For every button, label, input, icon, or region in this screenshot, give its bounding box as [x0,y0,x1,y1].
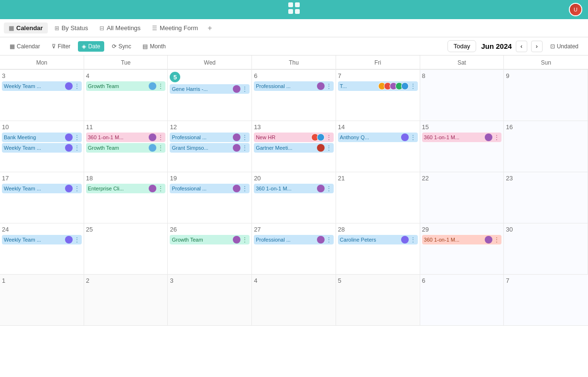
day-cell[interactable]: 3+ [168,275,252,326]
month-button[interactable]: ▤ Month [139,41,169,52]
day-cell[interactable]: 22+ [420,172,504,223]
event-options-button[interactable]: ⋮ [494,236,500,243]
calendar-event[interactable]: New HR⋮ [254,133,334,142]
day-cell[interactable]: 4+ [252,275,336,326]
event-options-button[interactable]: ⋮ [74,144,80,151]
day-cell[interactable]: 24+Weekly Team ...⋮ [0,223,84,275]
calendar-event[interactable]: Weekly Team ...⋮ [2,81,82,91]
day-cell[interactable]: 6+ [420,275,504,326]
day-cell[interactable]: 15+360 1-on-1 M...⋮ [420,121,504,172]
calendar-event[interactable]: Growth Team⋮ [86,143,166,153]
event-options-button[interactable]: ⋮ [326,134,332,141]
day-cell[interactable]: 7+T...⋮ [336,70,420,121]
day-cell[interactable]: 18+Enterprise Cli...⋮ [84,172,168,223]
prev-month-button[interactable]: ‹ [516,41,527,52]
day-cell[interactable]: 26+Growth Team⋮ [168,223,252,275]
day-cell[interactable]: 9+ [504,70,588,121]
calendar-event[interactable]: Growth Team⋮ [86,81,166,91]
calendar-event[interactable]: 360 1-on-1 M...⋮ [422,235,502,244]
day-cell[interactable]: 30+ [504,223,588,275]
event-options-button[interactable]: ⋮ [242,236,248,243]
calendar-event[interactable]: Caroline Peters⋮ [338,235,418,244]
day-cell[interactable]: 21+ [336,172,420,223]
day-cell[interactable]: 8+ [420,70,504,121]
sync-button[interactable]: ⟳ Sync [108,41,135,52]
event-options-button[interactable]: ⋮ [410,83,416,89]
tab-by-status[interactable]: ⊞ By Status [50,22,93,33]
user-avatar[interactable]: U [569,3,582,16]
event-options-button[interactable]: ⋮ [410,134,416,141]
calendar-event[interactable]: Anthony Q...⋮ [338,133,418,142]
calendar-event[interactable]: Bank Meeting⋮ [2,133,82,142]
event-options-button[interactable]: ⋮ [74,83,80,89]
calendar-event[interactable]: T...⋮ [338,81,418,91]
day-cell[interactable]: 11+360 1-on-1 M...⋮Growth Team⋮ [84,121,168,172]
event-options-button[interactable]: ⋮ [326,83,332,89]
event-options-button[interactable]: ⋮ [410,236,416,243]
calendar-event[interactable]: Professional ...⋮ [254,235,334,244]
today-button[interactable]: Today [447,40,477,52]
day-cell[interactable]: 19+Professional ...⋮ [168,172,252,223]
calendar-event[interactable]: Grant Simpso...⋮ [170,143,250,153]
next-month-button[interactable]: › [531,41,543,52]
calendar-event[interactable]: 360 1-on-1 M...⋮ [254,184,334,193]
day-cell[interactable]: 23+ [504,172,588,223]
tab-all-meetings[interactable]: ⊟ All Meetings [95,22,145,33]
day-cell[interactable]: 17+Weekly Team ...⋮ [0,172,84,223]
tab-meeting-form[interactable]: ☰ Meeting Form [147,22,203,33]
day-cell[interactable]: 7+ [504,275,588,326]
day-cell[interactable]: 6+Professional ...⋮ [252,70,336,121]
event-options-button[interactable]: ⋮ [74,134,80,141]
day-cell[interactable]: 5+Gene Harris -...⋮ [168,70,252,121]
calendar-event[interactable]: 360 1-on-1 M...⋮ [422,133,502,142]
event-options-button[interactable]: ⋮ [74,236,80,243]
calendar-event[interactable]: Professional ...⋮ [254,81,334,91]
event-options-button[interactable]: ⋮ [242,185,248,192]
event-options-button[interactable]: ⋮ [158,144,163,151]
day-cell[interactable]: 2+ [84,275,168,326]
day-cell[interactable]: 20+360 1-on-1 M...⋮ [252,172,336,223]
day-number: 24 [2,226,9,233]
calendar-event[interactable]: Gene Harris -...⋮ [170,84,250,94]
event-options-button[interactable]: ⋮ [74,185,80,192]
event-options-button[interactable]: ⋮ [326,144,332,151]
day-cell[interactable]: 4+Growth Team⋮ [84,70,168,121]
undated-button[interactable]: ⊡ Undated [546,41,582,52]
event-options-button[interactable]: ⋮ [158,134,163,141]
event-options-button[interactable]: ⋮ [326,236,332,243]
calendar-event[interactable]: Weekly Team ...⋮ [2,235,82,244]
calendar-event[interactable]: Enterprise Cli...⋮ [86,184,166,193]
day-cell[interactable]: 12+Professional ...⋮Grant Simpso...⋮ [168,121,252,172]
day-cell[interactable]: 3+Weekly Team ...⋮ [0,70,84,121]
calendar-view-button[interactable]: ▦ Calendar [6,41,44,52]
tab-calendar[interactable]: ▦ Calendar [4,22,48,33]
event-options-button[interactable]: ⋮ [326,185,332,192]
event-options-button[interactable]: ⋮ [242,86,248,92]
day-cell[interactable]: 13+New HR⋮Gartner Meeti...⋮ [252,121,336,172]
day-cell[interactable]: 5+ [336,275,420,326]
event-options-button[interactable]: ⋮ [494,134,500,141]
add-tab-button[interactable]: + [205,24,215,33]
day-cell[interactable]: 27+Professional ...⋮ [252,223,336,275]
event-title: Enterprise Cli... [88,186,148,191]
calendar-event[interactable]: Weekly Team ...⋮ [2,143,82,153]
day-cell[interactable]: 16+ [504,121,588,172]
calendar-event[interactable]: Professional ...⋮ [170,184,250,193]
filter-button[interactable]: ⊽ Filter [48,41,75,52]
day-cell[interactable]: 1+ [0,275,84,326]
calendar-event[interactable]: 360 1-on-1 M...⋮ [86,133,166,142]
day-cell[interactable]: 10+Bank Meeting⋮Weekly Team ...⋮ [0,121,84,172]
date-button[interactable]: ◈ Date [78,41,104,52]
day-cell[interactable]: 29+360 1-on-1 M...⋮ [420,223,504,275]
calendar-event[interactable]: Professional ...⋮ [170,133,250,142]
day-cell[interactable]: 25+ [84,223,168,275]
calendar-event[interactable]: Growth Team⋮ [170,235,250,244]
event-options-button[interactable]: ⋮ [242,144,248,151]
day-cell[interactable]: 28+Caroline Peters⋮ [336,223,420,275]
calendar-event[interactable]: Gartner Meeti...⋮ [254,143,334,153]
day-cell[interactable]: 14+Anthony Q...⋮ [336,121,420,172]
event-options-button[interactable]: ⋮ [158,185,163,192]
event-options-button[interactable]: ⋮ [158,83,163,89]
event-options-button[interactable]: ⋮ [242,134,248,141]
calendar-event[interactable]: Weekly Team ...⋮ [2,184,82,193]
